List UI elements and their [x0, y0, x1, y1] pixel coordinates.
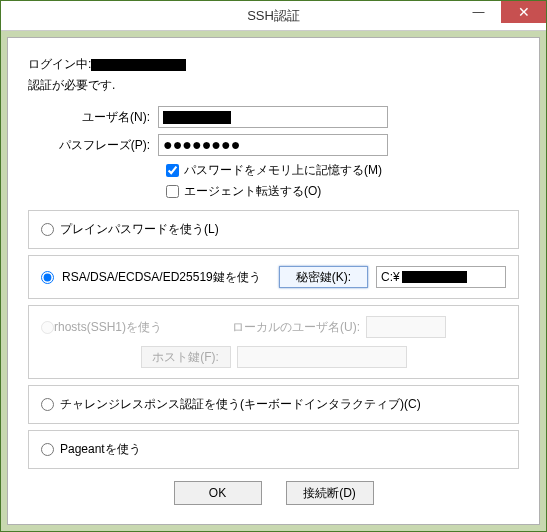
login-line: ログイン中: — [28, 56, 519, 73]
button-row: OK 接続断(D) — [28, 481, 519, 505]
login-host-redacted — [91, 59, 186, 71]
rsa-key-label: RSA/DSA/ECDSA/ED25519鍵を使う — [62, 269, 261, 286]
plain-password-label: プレインパスワードを使う(L) — [60, 221, 219, 238]
remember-label: パスワードをメモリ上に記憶する(M) — [184, 162, 382, 179]
passphrase-input[interactable]: ●●●●●●●● — [158, 134, 388, 156]
titlebar: SSH認証 — ✕ — [1, 1, 546, 31]
ssh-auth-window: SSH認証 — ✕ ログイン中: 認証が必要です. ユーザ名(N): パスフレー… — [0, 0, 547, 532]
private-key-button[interactable]: 秘密鍵(K): — [279, 266, 368, 288]
username-label: ユーザ名(N): — [28, 109, 158, 126]
host-key-button: ホスト鍵(F): — [141, 346, 231, 368]
rhosts-radio — [41, 321, 54, 334]
agent-forward-row: エージェント転送する(O) — [166, 183, 519, 200]
path-prefix: C:¥ — [381, 270, 400, 284]
close-button[interactable]: ✕ — [501, 1, 546, 23]
path-redacted — [402, 271, 467, 283]
auth-required-text: 認証が必要です. — [28, 77, 519, 94]
rhosts-label: rhosts(SSH1)を使う — [54, 319, 162, 336]
window-controls: — ✕ — [456, 1, 546, 23]
remember-row: パスワードをメモリ上に記憶する(M) — [166, 162, 519, 179]
agent-forward-label: エージェント転送する(O) — [184, 183, 321, 200]
pageant-label: Pageantを使う — [60, 441, 141, 458]
disconnect-button[interactable]: 接続断(D) — [286, 481, 374, 505]
ok-button[interactable]: OK — [174, 481, 262, 505]
private-key-path-input[interactable]: C:¥ — [376, 266, 506, 288]
rsa-key-section: RSA/DSA/ECDSA/ED25519鍵を使う 秘密鍵(K): C:¥ — [28, 255, 519, 299]
login-prefix: ログイン中: — [28, 57, 91, 71]
window-title: SSH認証 — [247, 7, 300, 25]
host-key-input — [237, 346, 407, 368]
passphrase-label: パスフレーズ(P): — [28, 137, 158, 154]
minimize-button[interactable]: — — [456, 1, 501, 23]
challenge-section: チャレンジレスポンス認証を使う(キーボードインタラクティブ)(C) — [28, 385, 519, 424]
local-user-label: ローカルのユーザ名(U): — [232, 319, 360, 336]
username-input[interactable] — [158, 106, 388, 128]
username-row: ユーザ名(N): — [28, 106, 519, 128]
local-user-input — [366, 316, 446, 338]
remember-checkbox[interactable] — [166, 164, 179, 177]
rhosts-section: rhosts(SSH1)を使う ローカルのユーザ名(U): ホスト鍵(F): — [28, 305, 519, 379]
dialog-content: ログイン中: 認証が必要です. ユーザ名(N): パスフレーズ(P): ●●●●… — [7, 37, 540, 525]
challenge-radio[interactable] — [41, 398, 54, 411]
pageant-section: Pageantを使う — [28, 430, 519, 469]
passphrase-row: パスフレーズ(P): ●●●●●●●● — [28, 134, 519, 156]
challenge-label: チャレンジレスポンス認証を使う(キーボードインタラクティブ)(C) — [60, 396, 421, 413]
pageant-radio[interactable] — [41, 443, 54, 456]
rsa-key-radio[interactable] — [41, 271, 54, 284]
plain-password-radio[interactable] — [41, 223, 54, 236]
plain-password-section: プレインパスワードを使う(L) — [28, 210, 519, 249]
agent-forward-checkbox[interactable] — [166, 185, 179, 198]
